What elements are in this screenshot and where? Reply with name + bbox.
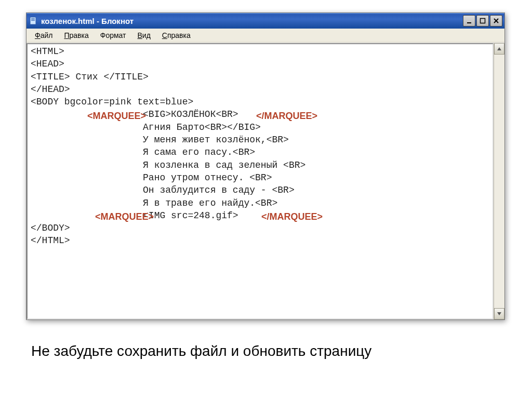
svg-rect-2 [31, 19, 35, 20]
window-buttons [463, 15, 502, 26]
svg-marker-9 [497, 312, 501, 315]
code-line: Рано утром отнесу. <BR> [31, 172, 272, 183]
notepad-window: козленок.html - Блокнот Файл Правка Форм… [26, 12, 505, 320]
code-line: Я в траве его найду.<BR> [31, 198, 277, 208]
code-line: У меня живет козлёнок,<BR> [31, 135, 289, 145]
code-line: </HTML> [31, 235, 70, 246]
menu-edit[interactable]: Правка [59, 30, 94, 41]
scroll-track[interactable] [494, 55, 504, 308]
titlebar: козленок.html - Блокнот [26, 13, 504, 29]
scroll-down-button[interactable] [494, 308, 504, 320]
close-button[interactable] [490, 15, 502, 26]
menubar: Файл Правка Формат Вид Справка [26, 29, 504, 43]
code-line: <HEAD> [31, 59, 64, 69]
text-editor[interactable]: <HTML> <HEAD> <TITLE> Стих </TITLE> </HE… [26, 43, 494, 320]
annotation-marquee-close-2: </MARQUEE> [261, 211, 323, 222]
code-line: <TITLE> Стих </TITLE> [31, 72, 149, 82]
client-area: <HTML> <HEAD> <TITLE> Стих </TITLE> </HE… [26, 43, 504, 320]
annotation-marquee-open-2: <MARQUEE> [95, 211, 154, 222]
menu-format[interactable]: Формат [95, 30, 131, 41]
code-line: Я козленка в сад зеленый <BR> [31, 160, 305, 170]
menu-help[interactable]: Справка [157, 30, 196, 41]
vertical-scrollbar[interactable] [494, 43, 504, 320]
annotation-marquee-close-1: </MARQUEE> [256, 111, 317, 122]
slide-caption: Не забудьте сохранить файл и обновить ст… [31, 343, 371, 360]
svg-rect-1 [31, 18, 35, 19]
annotation-marquee-open-1: <MARQUEE> [87, 111, 146, 122]
app-icon [30, 17, 38, 25]
menu-file[interactable]: Файл [30, 30, 58, 41]
maximize-button[interactable] [476, 15, 489, 26]
svg-rect-3 [31, 20, 35, 21]
code-line: <BODY bgcolor=pink text=blue> [31, 97, 193, 107]
scroll-up-button[interactable] [494, 43, 504, 55]
minimize-button[interactable] [463, 15, 475, 26]
svg-rect-4 [467, 22, 471, 23]
code-line: <HTML> [31, 46, 64, 57]
code-line: Я сама его пасу.<BR> [31, 147, 255, 157]
svg-rect-5 [481, 19, 485, 23]
code-line: </BODY> [31, 223, 70, 233]
code-line: </HEAD> [31, 84, 70, 95]
code-line: Он заблудится в саду - <BR> [31, 185, 295, 195]
menu-view[interactable]: Вид [132, 30, 155, 41]
code-line: Агния Барто<BR></BIG> [31, 122, 261, 132]
svg-marker-8 [497, 47, 501, 50]
window-title: козленок.html - Блокнот [41, 17, 463, 25]
